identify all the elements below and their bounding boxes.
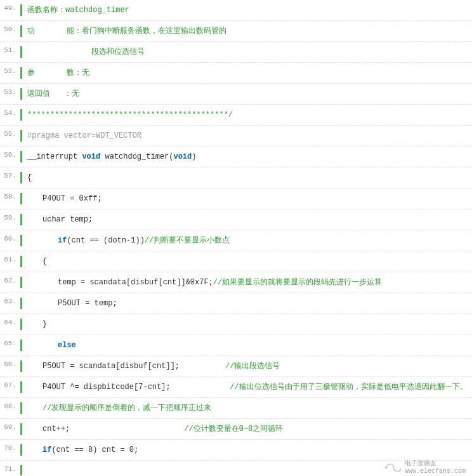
line-marker xyxy=(20,256,22,267)
line-marker xyxy=(20,381,22,393)
code-line: 51. 段选和位选信号 xyxy=(0,42,472,63)
line-content: { xyxy=(27,256,472,267)
line-number: 67. xyxy=(0,381,20,389)
line-marker xyxy=(20,46,22,58)
line-content: if(cnt == (dotn-1))//判断要不要显示小数点 xyxy=(27,235,472,246)
line-number: 64. xyxy=(0,319,20,326)
code-line: 67.P4OUT ^= dispbitcode[7-cnt]; //输出位选信号… xyxy=(0,377,472,398)
line-content: } xyxy=(27,319,472,330)
code-line: 68.//发现显示的顺序是倒着的，减一下把顺序正过来 xyxy=(0,398,472,419)
line-content: uchar temp; xyxy=(27,214,472,225)
watermark-url: www.elecfans.com xyxy=(405,468,466,475)
code-line: 64.} xyxy=(0,314,472,335)
line-content: //发现显示的顺序是倒着的，减一下把顺序正过来 xyxy=(27,402,472,414)
code-line: 62.temp = scandata[disbuf[cnt]]&0x7F;//如… xyxy=(0,272,472,293)
line-marker xyxy=(20,277,22,288)
line-marker xyxy=(20,151,22,162)
code-line: 53.返回值 ：无 xyxy=(0,84,472,105)
line-content: 段选和位选信号 xyxy=(27,46,472,58)
line-marker xyxy=(20,109,22,121)
line-content: 返回值 ：无 xyxy=(27,88,472,100)
code-line: 50.功 能：看门狗中断服务函数，在这里输出数码管的 xyxy=(0,21,472,42)
code-line: 59.uchar temp; xyxy=(0,209,472,230)
line-content: P4OUT = 0xff; xyxy=(27,193,472,204)
code-line: 60.if(cnt == (dotn-1))//判断要不要显示小数点 xyxy=(0,230,472,251)
code-line: 56.__interrupt void watchdog_timer(void) xyxy=(0,147,472,168)
line-number: 52. xyxy=(0,67,20,75)
line-number: 69. xyxy=(0,423,20,431)
line-marker xyxy=(20,360,22,372)
line-content: else xyxy=(27,340,472,351)
line-number: 62. xyxy=(0,277,20,284)
line-marker xyxy=(20,340,22,351)
code-line: 63.P5OUT = temp; xyxy=(0,293,472,314)
code-line: 70.if(cnt == 8) cnt = 0; xyxy=(0,440,472,461)
line-marker xyxy=(20,67,22,79)
watermark-logo-icon xyxy=(383,461,401,474)
line-number: 51. xyxy=(0,46,20,54)
line-number: 71. xyxy=(0,465,20,473)
line-number: 57. xyxy=(0,172,20,180)
code-line: 66.P5OUT = scandata[disbuf[cnt]]; //输出段选… xyxy=(0,356,472,377)
line-content: 参 数：无 xyxy=(27,67,472,79)
line-content: P5OUT = temp; xyxy=(27,298,472,309)
line-content: cnt++; //位计数变量在0~8之间循环 xyxy=(27,423,472,435)
line-marker xyxy=(20,423,22,435)
line-marker xyxy=(20,402,22,414)
line-content: #pragma vector=WDT_VECTOR xyxy=(27,130,472,142)
line-number: 53. xyxy=(0,88,20,96)
line-content: { xyxy=(27,172,472,183)
line-number: 55. xyxy=(0,130,20,138)
line-content: 功 能：看门狗中断服务函数，在这里输出数码管的 xyxy=(27,25,472,37)
line-marker xyxy=(20,298,22,309)
line-number: 49. xyxy=(0,4,20,12)
line-number: 63. xyxy=(0,298,20,305)
line-content: 函数名称：watchdog_timer xyxy=(27,4,472,16)
svg-point-0 xyxy=(385,467,387,469)
code-line: 49.函数名称：watchdog_timer xyxy=(0,0,472,21)
line-content: ****************************************… xyxy=(27,109,472,121)
watermark-title: 电子发烧友 xyxy=(405,460,466,468)
line-number: 70. xyxy=(0,444,20,452)
line-number: 68. xyxy=(0,402,20,410)
line-content: __interrupt void watchdog_timer(void) xyxy=(27,151,472,162)
line-content: P4OUT ^= dispbitcode[7-cnt]; //输出位选信号由于用… xyxy=(27,381,472,393)
line-marker xyxy=(20,130,22,142)
line-content: if(cnt == 8) cnt = 0; xyxy=(27,444,472,456)
line-number: 59. xyxy=(0,214,20,221)
line-marker xyxy=(20,193,22,204)
line-marker xyxy=(20,465,22,475)
line-content: P5OUT = scandata[disbuf[cnt]]; //输出段选信号 xyxy=(27,360,472,372)
line-number: 66. xyxy=(0,360,20,368)
code-line: 57.{ xyxy=(0,168,472,188)
code-line: 52.参 数：无 xyxy=(0,63,472,84)
line-marker xyxy=(20,25,22,37)
line-number: 58. xyxy=(0,193,20,201)
line-number: 54. xyxy=(0,109,20,117)
line-number: 56. xyxy=(0,151,20,159)
code-line: 69.cnt++; //位计数变量在0~8之间循环 xyxy=(0,419,472,440)
code-line: 58.P4OUT = 0xff; xyxy=(0,188,472,209)
line-number: 61. xyxy=(0,256,20,263)
line-number: 65. xyxy=(0,340,20,347)
line-content: temp = scandata[disbuf[cnt]]&0x7F;//如果要显… xyxy=(27,277,472,288)
line-marker xyxy=(20,444,22,456)
code-line: 54.*************************************… xyxy=(0,105,472,126)
line-marker xyxy=(20,235,22,246)
watermark: 电子发烧友 www.elecfans.com xyxy=(383,460,466,475)
code-line: 61.{ xyxy=(0,251,472,272)
code-line: 55.#pragma vector=WDT_VECTOR xyxy=(0,126,472,147)
line-marker xyxy=(20,319,22,330)
code-block: 49.函数名称：watchdog_timer50.功 能：看门狗中断服务函数，在… xyxy=(0,0,472,476)
code-line: 65.else xyxy=(0,335,472,356)
line-marker xyxy=(20,172,22,183)
line-marker xyxy=(20,214,22,225)
line-marker xyxy=(20,4,22,16)
line-number: 60. xyxy=(0,235,20,242)
line-marker xyxy=(20,88,22,100)
line-number: 50. xyxy=(0,25,20,33)
